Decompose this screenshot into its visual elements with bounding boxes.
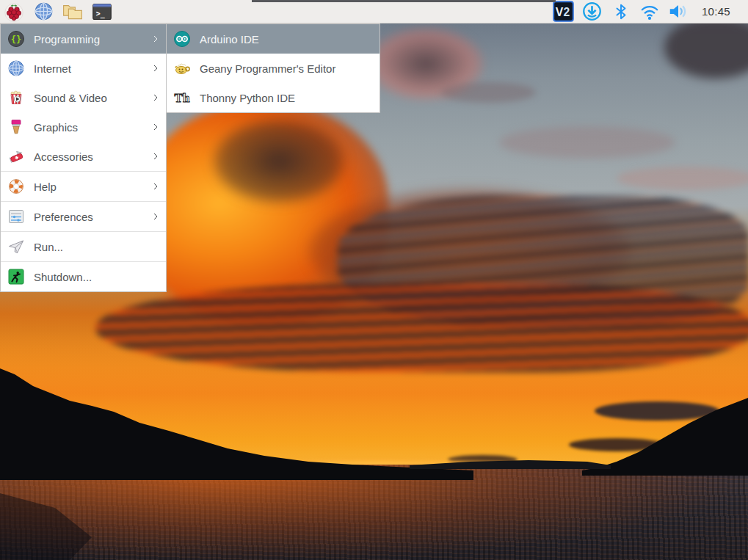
menu-item-label: Graphics [34,121,142,134]
menu-item-run[interactable]: Run... [1,232,166,261]
web-browser-button[interactable] [32,1,54,22]
submenu-item-label: Arduino IDE [200,33,374,46]
svg-text:2: 2 [564,6,570,18]
raspberry-pi-icon [4,1,24,22]
submenu-item-thonny[interactable]: Th Thonny Python IDE [167,83,380,112]
menu-item-label: Shutdown... [34,271,160,283]
menu-item-internet[interactable]: Internet [1,54,166,83]
menu-item-label: Help [34,181,142,193]
svg-text:>_: >_ [96,9,105,18]
wifi-icon [639,1,661,21]
vnc-icon: V 2 [553,1,574,22]
menu-item-label: Accessories [34,150,142,163]
submenu-item-arduino-ide[interactable]: Arduino IDE [167,24,380,54]
folders-icon [62,1,84,21]
volume-button[interactable] [667,1,689,22]
menu-item-label: Sound & Video [34,92,142,104]
updates-button[interactable] [581,1,603,22]
menu-item-graphics[interactable]: Graphics [1,112,166,142]
taskbar-launchers: >_ [0,1,113,22]
globe-icon [34,1,54,21]
wifi-button[interactable] [639,1,661,22]
help-lifebuoy-icon [7,178,25,195]
run-paper-plane-icon [7,238,25,255]
menu-item-label: Preferences [34,211,142,223]
submenu-item-label: Thonny Python IDE [200,92,374,104]
submenu-item-geany[interactable]: Geany Programmer's Editor [167,54,380,83]
bluetooth-button[interactable] [610,1,632,22]
svg-text:V: V [556,6,564,18]
application-menu: {} Programming Internet [0,23,167,292]
top-edge-window-sliver [252,0,556,2]
thonny-icon: Th [173,89,191,106]
update-download-icon [582,1,602,21]
menu-item-shutdown[interactable]: Shutdown... [1,262,166,291]
bluetooth-icon [613,2,629,21]
terminal-icon: >_ [92,2,112,21]
programming-submenu: Arduino IDE Geany Programmer's Editor Th… [167,23,380,113]
menu-item-accessories[interactable]: Accessories [1,142,166,171]
chevron-right-icon [151,152,160,161]
menu-item-preferences[interactable]: Preferences [1,202,166,231]
file-manager-button[interactable] [62,1,84,22]
menu-item-help[interactable]: Help [1,172,166,201]
menu-item-sound-video[interactable]: Sound & Video [1,83,166,112]
svg-text:{}: {} [11,34,21,45]
submenu-item-label: Geany Programmer's Editor [200,62,374,75]
vnc-server-button[interactable]: V 2 [553,1,575,22]
svg-text:Th: Th [175,91,190,105]
preferences-sliders-icon [7,208,25,225]
programming-icon: {} [7,30,25,48]
taskbar-status-area: V 2 [553,1,748,22]
arduino-icon [173,30,191,48]
chevron-right-icon [151,212,160,221]
volume-icon [667,1,689,21]
chevron-right-icon [151,34,160,43]
menu-item-programming[interactable]: {} Programming [1,24,166,54]
chevron-right-icon [151,64,160,73]
chevron-right-icon [151,93,160,102]
raspberry-pi-menu-button[interactable] [3,1,25,22]
chevron-right-icon [151,123,160,131]
chevron-right-icon [151,182,160,191]
geany-icon [173,59,191,77]
accessories-knife-icon [7,148,25,165]
internet-globe-icon [7,59,25,77]
graphics-paintbrush-icon [7,118,25,136]
taskbar: >_ V 2 [0,0,748,23]
menu-item-label: Run... [34,241,160,253]
menu-item-label: Internet [34,62,142,75]
clock[interactable]: 10:45 [702,5,730,18]
menu-item-label: Programming [34,33,142,46]
sound-video-icon [7,89,25,106]
shutdown-icon [7,268,25,286]
terminal-button[interactable]: >_ [91,1,113,22]
